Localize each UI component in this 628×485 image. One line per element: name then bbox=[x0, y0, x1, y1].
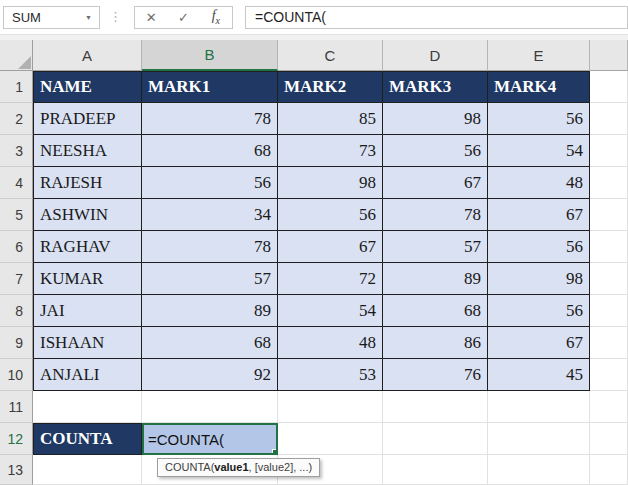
cell-c9[interactable]: 48 bbox=[278, 327, 383, 359]
column-header-e[interactable]: E bbox=[488, 40, 590, 71]
cell-e2[interactable]: 56 bbox=[488, 103, 590, 135]
cell-f11[interactable] bbox=[590, 391, 628, 423]
cell-b10[interactable]: 92 bbox=[142, 359, 278, 391]
cell-b1[interactable]: MARK1 bbox=[142, 71, 278, 103]
cell-c1[interactable]: MARK2 bbox=[278, 71, 383, 103]
row-header-2[interactable]: 2 bbox=[0, 103, 33, 135]
column-header-b[interactable]: B bbox=[142, 40, 278, 71]
column-header-c[interactable]: C bbox=[278, 40, 383, 71]
cell-a12[interactable]: COUNTA bbox=[33, 423, 142, 455]
cell-b7[interactable]: 57 bbox=[142, 263, 278, 295]
cell-e6[interactable]: 56 bbox=[488, 231, 590, 263]
cell-a8[interactable]: JAI bbox=[33, 295, 142, 327]
cell-c2[interactable]: 85 bbox=[278, 103, 383, 135]
cell-e8[interactable]: 56 bbox=[488, 295, 590, 327]
cell-c6[interactable]: 67 bbox=[278, 231, 383, 263]
cell-a1[interactable]: NAME bbox=[33, 71, 142, 103]
cell-d5[interactable]: 78 bbox=[383, 199, 488, 231]
cell-f10[interactable] bbox=[590, 359, 628, 391]
cell-e4[interactable]: 48 bbox=[488, 167, 590, 199]
cell-c12[interactable] bbox=[278, 423, 383, 455]
cell-f6[interactable] bbox=[590, 231, 628, 263]
cell-a11[interactable] bbox=[33, 391, 142, 423]
cell-f12[interactable] bbox=[590, 423, 628, 455]
row-header-8[interactable]: 8 bbox=[0, 295, 33, 327]
cell-b4[interactable]: 56 bbox=[142, 167, 278, 199]
cell-e13[interactable] bbox=[488, 455, 590, 485]
cell-f9[interactable] bbox=[590, 327, 628, 359]
cell-a2[interactable]: PRADEEP bbox=[33, 103, 142, 135]
cell-d1[interactable]: MARK3 bbox=[383, 71, 488, 103]
column-header-overflow[interactable] bbox=[590, 40, 628, 71]
cell-d10[interactable]: 76 bbox=[383, 359, 488, 391]
cell-e7[interactable]: 98 bbox=[488, 263, 590, 295]
cell-f4[interactable] bbox=[590, 167, 628, 199]
cell-e12[interactable] bbox=[488, 423, 590, 455]
fill-handle[interactable] bbox=[272, 449, 278, 455]
row-header-13[interactable]: 13 bbox=[0, 455, 33, 485]
cell-e5[interactable]: 67 bbox=[488, 199, 590, 231]
cell-a9[interactable]: ISHAAN bbox=[33, 327, 142, 359]
enter-button[interactable]: ✓ bbox=[167, 7, 199, 28]
row-header-12[interactable]: 12 bbox=[0, 423, 33, 455]
cell-a5[interactable]: ASHWIN bbox=[33, 199, 142, 231]
cell-b2[interactable]: 78 bbox=[142, 103, 278, 135]
name-box[interactable]: SUM ▼ bbox=[3, 6, 100, 29]
cell-d13[interactable] bbox=[383, 455, 488, 485]
cell-b8[interactable]: 89 bbox=[142, 295, 278, 327]
row-header-5[interactable]: 5 bbox=[0, 199, 33, 231]
row-header-7[interactable]: 7 bbox=[0, 263, 33, 295]
cell-b3[interactable]: 68 bbox=[142, 135, 278, 167]
cell-c3[interactable]: 73 bbox=[278, 135, 383, 167]
select-all-button[interactable] bbox=[0, 40, 33, 71]
cell-d2[interactable]: 98 bbox=[383, 103, 488, 135]
cancel-button[interactable]: ✕ bbox=[135, 7, 167, 28]
row-header-6[interactable]: 6 bbox=[0, 231, 33, 263]
cell-d11[interactable] bbox=[383, 391, 488, 423]
cell-b11[interactable] bbox=[142, 391, 278, 423]
row-header-11[interactable]: 11 bbox=[0, 391, 33, 423]
cell-d4[interactable]: 67 bbox=[383, 167, 488, 199]
cell-a6[interactable]: RAGHAV bbox=[33, 231, 142, 263]
row-header-1[interactable]: 1 bbox=[0, 71, 33, 103]
cell-a10[interactable]: ANJALI bbox=[33, 359, 142, 391]
cell-f1[interactable] bbox=[590, 71, 628, 103]
cell-e9[interactable]: 67 bbox=[488, 327, 590, 359]
cell-a7[interactable]: KUMAR bbox=[33, 263, 142, 295]
cell-d12[interactable] bbox=[383, 423, 488, 455]
cell-f7[interactable] bbox=[590, 263, 628, 295]
cell-c5[interactable]: 56 bbox=[278, 199, 383, 231]
row-header-9[interactable]: 9 bbox=[0, 327, 33, 359]
cell-c8[interactable]: 54 bbox=[278, 295, 383, 327]
cell-b9[interactable]: 68 bbox=[142, 327, 278, 359]
cell-d8[interactable]: 68 bbox=[383, 295, 488, 327]
cell-b5[interactable]: 34 bbox=[142, 199, 278, 231]
cell-a4[interactable]: RAJESH bbox=[33, 167, 142, 199]
insert-function-button[interactable]: fx bbox=[200, 7, 232, 28]
cell-e3[interactable]: 54 bbox=[488, 135, 590, 167]
cell-d7[interactable]: 89 bbox=[383, 263, 488, 295]
column-header-d[interactable]: D bbox=[383, 40, 488, 71]
cell-f5[interactable] bbox=[590, 199, 628, 231]
cell-e11[interactable] bbox=[488, 391, 590, 423]
row-header-4[interactable]: 4 bbox=[0, 167, 33, 199]
name-box-dropdown-icon[interactable]: ▼ bbox=[85, 14, 99, 21]
cell-b12-active[interactable]: =COUNTA( bbox=[142, 423, 278, 455]
cell-c4[interactable]: 98 bbox=[278, 167, 383, 199]
row-header-3[interactable]: 3 bbox=[0, 135, 33, 167]
row-header-10[interactable]: 10 bbox=[0, 359, 33, 391]
cell-e1[interactable]: MARK4 bbox=[488, 71, 590, 103]
cell-d9[interactable]: 86 bbox=[383, 327, 488, 359]
cell-d3[interactable]: 56 bbox=[383, 135, 488, 167]
cell-b6[interactable]: 78 bbox=[142, 231, 278, 263]
cell-a13[interactable] bbox=[33, 455, 142, 485]
cell-f3[interactable] bbox=[590, 135, 628, 167]
cell-d6[interactable]: 57 bbox=[383, 231, 488, 263]
cell-f13[interactable] bbox=[590, 455, 628, 485]
formula-input[interactable]: =COUNTA( bbox=[245, 6, 628, 29]
cell-c11[interactable] bbox=[278, 391, 383, 423]
cell-e10[interactable]: 45 bbox=[488, 359, 590, 391]
cell-a3[interactable]: NEESHA bbox=[33, 135, 142, 167]
cell-f2[interactable] bbox=[590, 103, 628, 135]
cell-c7[interactable]: 72 bbox=[278, 263, 383, 295]
